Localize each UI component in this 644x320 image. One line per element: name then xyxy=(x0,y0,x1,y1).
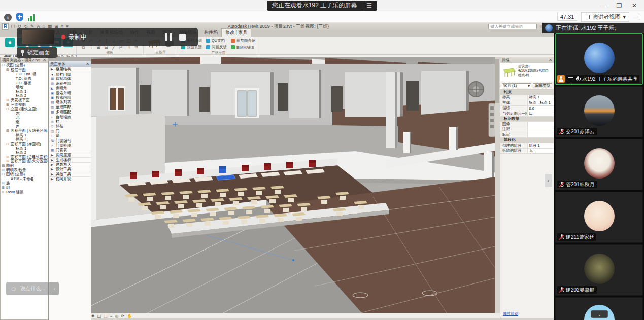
view-control-icon[interactable]: ✋ xyxy=(127,314,132,318)
participant-tile[interactable]: 建211曾家廷 xyxy=(555,192,643,243)
view-control-icon[interactable]: ✺ xyxy=(91,314,95,318)
close-icon[interactable]: ✕ xyxy=(86,62,89,66)
palette-tool[interactable]: ▣ 搜索内墙 xyxy=(49,95,91,100)
tree-expand-icon[interactable]: ▤ xyxy=(2,164,6,168)
close-icon[interactable]: ✕ xyxy=(549,58,552,62)
palette-tool[interactable]: ◣ 倒墙角 xyxy=(49,86,91,91)
edit-type-button[interactable]: 编辑类型 xyxy=(533,83,552,88)
palette-tool[interactable]: ▶ 房间屋顶 xyxy=(49,153,91,157)
palette-tool[interactable]: ◻ 窗 xyxy=(49,133,91,138)
palette-tool[interactable]: ▶ 其他工具 xyxy=(49,172,91,176)
palette-tool[interactable]: ▶ 建筑放大 xyxy=(49,162,91,167)
more-participants-button[interactable]: ⌄ xyxy=(591,310,608,318)
tree-item[interactable]: 东 xyxy=(1,112,48,116)
participant-tile[interactable]: 建202晏聿键 xyxy=(555,244,643,296)
palette-tool[interactable]: ▥ 识别生墙 xyxy=(49,81,91,86)
tree-expand-icon[interactable]: ⊟ xyxy=(6,107,11,111)
tree-expand-icon[interactable]: ⊟ xyxy=(6,68,11,72)
participant-tile[interactable]: 管201韩秋月 xyxy=(555,139,643,190)
property-value[interactable] xyxy=(527,132,554,137)
palette-tool[interactable]: ♁ 自动端点 xyxy=(49,115,91,119)
property-value[interactable] xyxy=(527,127,554,132)
property-value[interactable]: 0.0 xyxy=(527,106,554,111)
type-selector-dropdown[interactable]: 家具 (1) ▾ xyxy=(502,83,531,88)
property-value[interactable] xyxy=(527,122,554,127)
product-button[interactable]: BIMMAKE xyxy=(231,44,256,50)
ribbon-tab[interactable]: 修改 | 家具 xyxy=(221,28,251,37)
info-icon[interactable]: i xyxy=(4,14,12,21)
palette-tool[interactable]: ▶ 生成楼梯 xyxy=(49,157,91,162)
palette-tool[interactable]: ◫ 门 xyxy=(49,129,91,133)
3d-viewport[interactable] xyxy=(48,57,500,317)
close-icon[interactable]: ✕ xyxy=(43,58,46,62)
tree-item[interactable]: 北 xyxy=(1,116,48,120)
property-value[interactable]: ☐ xyxy=(527,111,554,116)
palette-tool[interactable]: ▣ 搜索外墙 xyxy=(49,91,91,95)
tree-expand-icon[interactable]: ⊞ xyxy=(6,103,11,107)
tree-expand-icon[interactable]: ⊞ xyxy=(2,168,6,172)
emoji-icon[interactable]: ☺ xyxy=(10,285,17,293)
participant-tile[interactable]: 水192 王子乐的屏幕共享 xyxy=(555,33,643,85)
tree-expand-icon[interactable]: ⊟ xyxy=(6,129,11,133)
pause-recording-button[interactable] xyxy=(165,33,172,41)
palette-tool[interactable]: ◇ 斜柱 xyxy=(49,124,91,129)
palette-tool[interactable]: ✓ 门窗检测 xyxy=(49,143,91,148)
product-button[interactable]: 问题反馈 xyxy=(206,44,227,50)
panel-caption: 产品应用 xyxy=(181,50,256,55)
properties-help-link[interactable]: 属性帮助 xyxy=(503,311,518,316)
minimize-button[interactable]: — xyxy=(596,0,612,11)
sidebar-collapse-handle[interactable]: ‹ xyxy=(545,174,552,187)
tree-item[interactable]: ∞ Revit 链接 xyxy=(1,190,48,194)
property-value[interactable]: 标高 : 标高 1 xyxy=(527,100,554,105)
palette-tool[interactable]: ▤ 墙体列表 xyxy=(49,100,91,105)
app-icon[interactable]: ★ xyxy=(5,38,15,47)
tree-expand-icon[interactable]: ⊟ xyxy=(2,172,6,176)
chat-input[interactable]: ☺ 说点什么... xyxy=(6,282,50,295)
tree-item[interactable]: T.O. 楼板 xyxy=(1,81,48,85)
lock-screen-button[interactable]: 锁定画面 xyxy=(17,47,57,58)
revit-logo[interactable]: R xyxy=(2,23,9,30)
banner-menu-icon[interactable]: ☰ xyxy=(362,2,372,9)
palette-tool[interactable]: ▶ 楼层结构 xyxy=(49,67,91,72)
product-button[interactable]: QU文档 xyxy=(206,38,227,44)
view-control-icon[interactable]: ◎ xyxy=(115,314,118,318)
palette-tool[interactable]: ▼ 墙柱门窗 xyxy=(49,72,91,76)
qat-icon[interactable]: ▢ xyxy=(11,24,15,29)
search-input[interactable]: 键入关键字或短语 xyxy=(488,24,537,29)
close-button[interactable]: ✕ xyxy=(627,0,642,11)
palette-tool[interactable]: ▶ 协同开发 xyxy=(49,176,91,181)
fullscreen-icon[interactable] xyxy=(633,14,640,20)
tree-expand-icon[interactable]: ⊞ xyxy=(6,98,11,102)
property-value[interactable]: 标高 1 xyxy=(527,95,554,100)
view-control-icon[interactable]: ⟳ xyxy=(121,314,124,318)
tree-item[interactable]: 南 xyxy=(1,120,48,125)
tree-expand-icon[interactable]: ∞ xyxy=(2,190,6,194)
tree-expand-icon[interactable]: ⊞ xyxy=(6,155,11,159)
chat-collapse-button[interactable]: ‹ xyxy=(50,282,59,295)
tree-item-label: 面积平面 (防火分区面积) xyxy=(11,159,48,164)
tree-expand-icon[interactable]: ⊟ xyxy=(6,142,11,146)
property-value[interactable]: 无 xyxy=(527,149,554,154)
view-control-icon[interactable]: ≡ xyxy=(110,314,113,318)
ribbon-tab[interactable]: 构件坞 xyxy=(200,29,221,37)
tree-item[interactable]: ⊟ 立面 (建筑立面) xyxy=(1,107,48,112)
participant-tile[interactable]: 交201苏泽云 xyxy=(555,86,643,137)
restore-button[interactable]: ❐ xyxy=(612,0,627,11)
view-control-icon[interactable]: ⬚ xyxy=(104,314,108,318)
property-value[interactable]: 阶段 1 xyxy=(527,143,554,148)
palette-tool[interactable]: ◎ 柱 xyxy=(49,119,91,124)
palette-tool[interactable]: ▦ 绘制墙体 xyxy=(49,77,91,81)
view-control-icon[interactable]: ◫ xyxy=(97,314,101,318)
tree-expand-icon[interactable]: ⊟ xyxy=(2,63,6,67)
palette-tool[interactable]: № 门窗编号 xyxy=(49,138,91,143)
tree-expand-icon[interactable]: ⊞ xyxy=(2,186,6,190)
palette-tool[interactable]: ▩ 多墙匹配 xyxy=(49,110,91,115)
palette-tool[interactable]: ▦ 门窗表 xyxy=(49,148,91,153)
stop-recording-button[interactable] xyxy=(179,34,186,41)
palette-tool[interactable]: ▶ 设计工具 xyxy=(49,167,91,171)
shield-icon[interactable] xyxy=(16,13,23,21)
palette-tool[interactable]: ▥ 单墙匹配 xyxy=(49,105,91,110)
tree-expand-icon[interactable]: ⊞ xyxy=(2,181,6,185)
product-button[interactable]: 新功能介绍 xyxy=(231,38,256,44)
view-mode-button[interactable]: 演讲者视图 ▾ xyxy=(581,12,629,22)
